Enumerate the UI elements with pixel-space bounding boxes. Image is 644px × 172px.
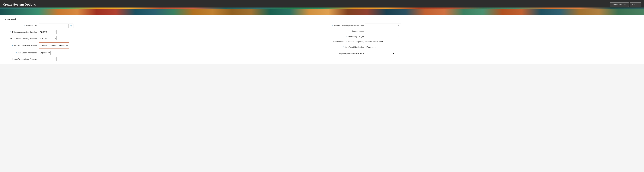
interest-calculation-label: * Interest Calculation Method (4, 44, 38, 47)
auto-asset-numbering-control: Expense Other (365, 45, 377, 49)
auto-asset-numbering-row: * Auto Asset Numbering Expense Other (325, 45, 640, 49)
interest-calculation-control: Periodic Compound Interest Actuarial (38, 42, 70, 48)
amortization-freq-label: Amortization Calculation Frequency (325, 41, 364, 43)
default-currency-control: ▼ (365, 24, 401, 28)
primary-accounting-select[interactable]: ASC842 IFRS16 (38, 30, 56, 34)
business-unit-control: 🔍 (38, 24, 74, 28)
primary-accounting-control: ASC842 IFRS16 (38, 30, 56, 34)
lease-transactions-select[interactable]: Required Not Required (38, 57, 56, 61)
import-approvals-control: Required Not Required (365, 51, 395, 55)
section-title: General (8, 18, 16, 21)
ledger-name-label: Ledger Name (325, 30, 364, 32)
primary-accounting-row: * Primary Accounting Standard ASC842 IFR… (4, 30, 319, 34)
ledger-name-row: Ledger Name (325, 30, 640, 32)
amortization-freq-row: Amortization Calculation Frequency Perio… (325, 41, 640, 43)
right-column: * Default Currency Conversion Type ▼ Led… (325, 24, 640, 61)
lease-transactions-control: Required Not Required (38, 57, 56, 61)
secondary-ledger-arrow-icon: ▼ (398, 36, 400, 37)
auto-lease-numbering-control: Expense Other (38, 51, 50, 55)
auto-lease-numbering-row: * Auto Lease Numbering Expense Other (4, 51, 319, 55)
secondary-accounting-control: IFRS16 ASC842 (38, 36, 56, 40)
business-unit-input[interactable] (38, 24, 68, 28)
interest-calculation-row: * Interest Calculation Method Periodic C… (4, 42, 319, 48)
left-column: * Business Unit 🔍 * Primary Accounting S… (4, 24, 319, 61)
business-unit-search-button[interactable]: 🔍 (69, 24, 74, 28)
secondary-ledger-dropdown[interactable]: ▼ (365, 34, 401, 38)
save-close-button[interactable]: Save and Close (610, 3, 629, 7)
banner-strip (0, 9, 644, 15)
secondary-accounting-row: Secondary Accounting Standard IFRS16 ASC… (4, 36, 319, 40)
interest-calculation-select[interactable]: Periodic Compound Interest Actuarial (40, 43, 68, 48)
default-currency-label: * Default Currency Conversion Type (325, 25, 364, 27)
import-approvals-label: Import Approvals Preference (325, 52, 364, 54)
default-currency-row: * Default Currency Conversion Type ▼ (325, 24, 640, 28)
secondary-accounting-select[interactable]: IFRS16 ASC842 (38, 36, 56, 40)
header-actions: Save and Close Cancel (610, 3, 641, 7)
form-grid: * Business Unit 🔍 * Primary Accounting S… (4, 24, 640, 61)
secondary-ledger-row: * Secondary Ledger ▼ (325, 34, 640, 38)
section-header: ▼ General (4, 18, 640, 21)
auto-lease-numbering-select[interactable]: Expense Other (38, 51, 50, 55)
default-currency-dropdown[interactable]: ▼ (365, 24, 401, 28)
business-unit-label: * Business Unit (4, 25, 38, 27)
page-title: Create System Options (3, 3, 36, 6)
amortization-freq-value: Periodic Amortization (365, 41, 383, 43)
amortization-freq-control: Periodic Amortization (365, 41, 383, 43)
primary-accounting-label: * Primary Accounting Standard (4, 31, 38, 33)
cancel-button[interactable]: Cancel (630, 3, 641, 7)
page-header: Create System Options Save and Close Can… (0, 0, 644, 9)
header-banner (0, 8, 644, 9)
interest-calculation-highlighted: Periodic Compound Interest Actuarial (38, 42, 70, 48)
auto-lease-numbering-label: * Auto Lease Numbering (4, 52, 38, 54)
collapse-icon[interactable]: ▼ (4, 18, 6, 20)
business-unit-row: * Business Unit 🔍 (4, 24, 319, 28)
lease-transactions-row: Lease Transactions Approval Required Not… (4, 57, 319, 61)
secondary-accounting-label: Secondary Accounting Standard (4, 37, 38, 39)
lease-transactions-label: Lease Transactions Approval (4, 58, 38, 60)
import-approvals-row: Import Approvals Preference Required Not… (325, 51, 640, 55)
default-currency-arrow-icon: ▼ (398, 25, 400, 27)
auto-asset-numbering-label: * Auto Asset Numbering (325, 46, 364, 48)
page-content: ▼ General * Business Unit 🔍 * P (0, 15, 644, 64)
auto-asset-numbering-select[interactable]: Expense Other (365, 45, 377, 49)
import-approvals-select[interactable]: Required Not Required (365, 51, 395, 55)
secondary-ledger-control: ▼ (365, 34, 401, 38)
secondary-ledger-label: * Secondary Ledger (325, 35, 364, 38)
